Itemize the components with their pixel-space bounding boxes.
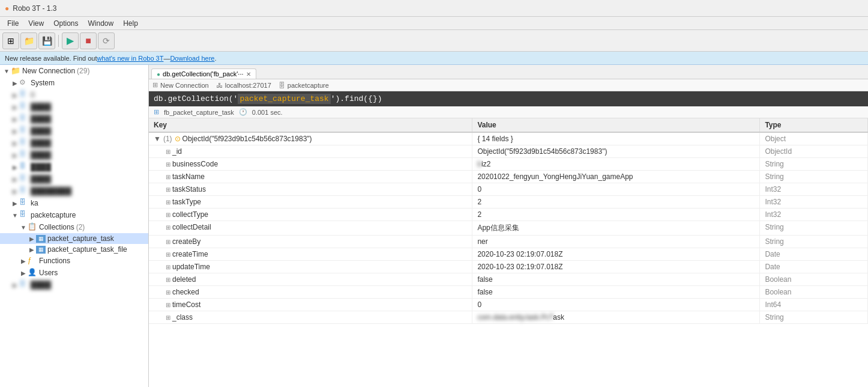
row-type: Date <box>765 250 780 258</box>
stop-button[interactable]: ■ <box>80 32 97 49</box>
connection-label: New Connection <box>22 67 75 75</box>
table-row[interactable]: ⊞timeCost0Int64 <box>149 299 868 311</box>
packetcapture-icon: 🗄 <box>19 210 29 220</box>
tab-icon: ● <box>157 71 160 78</box>
conn-info-db-label: packetcapture <box>288 82 329 89</box>
pct-arrow: ▶ <box>28 236 36 242</box>
table-row[interactable]: ⊞_classcom.data.entiy.task.PcTaskString <box>149 311 868 324</box>
open-button[interactable]: 📁 <box>20 32 37 49</box>
sidebar-item-connection[interactable]: ▼ 📁 New Connection (29) <box>0 65 148 77</box>
query-bar[interactable]: db.getCollection('packet_capture_task').… <box>149 91 868 106</box>
result-time: 0.001 sec. <box>252 109 283 116</box>
row-value: 2020-10-23 02:19:07.018Z <box>477 250 562 258</box>
row-value: 20201022_fengyun_YongHengJiYuan_gameApp <box>477 172 633 181</box>
sidebar-item-functions[interactable]: ▶ ƒ Functions <box>0 255 148 267</box>
row-obj-icon: ⊙ <box>175 135 181 143</box>
connection-count: (29) <box>77 67 89 75</box>
menu-file[interactable]: File <box>2 18 23 29</box>
row-key-text: checked <box>172 288 199 296</box>
col-type: Type <box>760 118 868 132</box>
tabs-bar: ● db.getCollection('fb_pack'··· ✕ <box>149 65 868 79</box>
new-button[interactable]: ⊞ <box>2 32 19 49</box>
row-key-text: taskStatus <box>172 185 206 194</box>
row-value: false <box>477 288 492 296</box>
sidebar-item-ka[interactable]: ▶ 🗄 ka <box>0 197 148 209</box>
sidebar-item-db-8[interactable]: ▶ 🗄 ████████ <box>0 185 148 197</box>
sidebar-item-system[interactable]: ▶ ⚙ System <box>0 77 148 89</box>
row-type: Boolean <box>765 275 791 284</box>
table-icon: ▦ <box>36 235 46 243</box>
menu-help[interactable]: Help <box>118 18 143 29</box>
row-type: String <box>765 313 783 321</box>
connection-expand-arrow: ▼ <box>2 68 11 75</box>
content-area: ● db.getCollection('fb_pack'··· ✕ ⊞ New … <box>149 65 868 387</box>
table-row[interactable]: ▼(1)⊙ObjectId("5f923d9b1c54b56c873c1983"… <box>149 132 868 145</box>
sidebar-item-db-5[interactable]: ▶ 🗄 ████ <box>0 149 148 161</box>
row-type: String <box>765 160 783 168</box>
table-row[interactable]: ⊞deletedfalseBoolean <box>149 273 868 286</box>
result-clock-icon: 🕐 <box>239 108 247 116</box>
sidebar-item-packetcapture[interactable]: ▼ 🗄 packetcapture <box>0 209 148 221</box>
sidebar-item-db-4[interactable]: ▶ 🗄 ████ <box>0 137 148 149</box>
col-key: Key <box>149 118 472 132</box>
system-arrow: ▶ <box>11 80 19 87</box>
ka-arrow: ▶ <box>11 200 19 207</box>
menu-bar: File View Options Window Help <box>0 17 868 30</box>
app-icon: ● <box>5 4 9 13</box>
sidebar-item-db-3[interactable]: ▶ 🗄 ████ <box>0 125 148 137</box>
table-row[interactable]: ⊞taskStatus0Int32 <box>149 183 868 196</box>
table-row[interactable]: ⊞businessCodebiz2String <box>149 158 868 171</box>
sidebar-item-db-0[interactable]: ▶ 🗄 0 <box>0 89 148 101</box>
pct-label: packet_capture_task <box>47 234 114 243</box>
sidebar-item-users[interactable]: ▶ 👤 Users <box>0 267 148 279</box>
col-value: Value <box>472 118 760 132</box>
sidebar-item-db-bottom[interactable]: ▶ 🗄 ████ <box>0 279 148 291</box>
sidebar-item-db-1[interactable]: ▶ 🗄 ████ <box>0 101 148 113</box>
notification-link1[interactable]: what's new in Robo 3T <box>97 55 163 62</box>
tab-close-button[interactable]: ✕ <box>246 71 251 78</box>
menu-view[interactable]: View <box>23 18 49 29</box>
row-key-text: updateTime <box>172 263 210 271</box>
row-type: Object <box>765 135 786 143</box>
field-icon: ⊞ <box>166 239 170 245</box>
table-row[interactable]: ⊞createTime2020-10-23 02:19:07.018ZDate <box>149 248 868 261</box>
refresh-button[interactable]: ⟳ <box>98 32 115 49</box>
table-row[interactable]: ⊞collectDetailApp信息采集String <box>149 221 868 236</box>
field-icon: ⊞ <box>166 251 170 258</box>
conn-info-connection: ⊞ New Connection <box>152 81 209 89</box>
sidebar-item-db-7[interactable]: ▶ 🗄 ████ <box>0 173 148 185</box>
table-row[interactable]: ⊞updateTime2020-10-23 02:19:07.018ZDate <box>149 261 868 273</box>
row-value: false <box>477 275 492 284</box>
field-icon: ⊞ <box>166 148 170 155</box>
row-type: Date <box>765 263 780 271</box>
result-bar: ⊞ fb_packet_capture_task 🕐 0.001 sec. <box>149 106 868 118</box>
table-row[interactable]: ⊞collectType2Int32 <box>149 209 868 221</box>
table-row[interactable]: ⊞checkedfalseBoolean <box>149 286 868 299</box>
users-label: Users <box>39 269 58 277</box>
row-type: Int32 <box>765 198 781 206</box>
ka-icon: 🗄 <box>19 198 29 208</box>
sidebar-item-db-6[interactable]: ▶ 🗄 ████ <box>0 161 148 173</box>
row-key-text: taskName <box>172 172 205 181</box>
sidebar-item-collections[interactable]: ▼ 📋 Collections (2) <box>0 221 148 233</box>
save-button[interactable]: 💾 <box>38 32 55 49</box>
row-key-text: createTime <box>172 250 208 258</box>
notification-link2[interactable]: Download here <box>170 55 214 62</box>
query-prefix: db.getCollection(' <box>154 94 238 103</box>
menu-window[interactable]: Window <box>83 18 119 29</box>
table-row[interactable]: ⊞taskType2Int32 <box>149 196 868 209</box>
field-icon: ⊞ <box>166 161 170 168</box>
field-icon: ⊞ <box>166 212 170 218</box>
row-value: { 14 fields } <box>477 135 513 143</box>
table-row[interactable]: ⊞_idObjectId("5f923d9b1c54b56c873c1983")… <box>149 145 868 158</box>
row-type: ObjectId <box>765 147 792 156</box>
sidebar-item-packet-capture-task-file[interactable]: ▶ ▦ packet_capture_task_file <box>0 244 148 255</box>
table-row[interactable]: ⊞taskName20201022_fengyun_YongHengJiYuan… <box>149 171 868 183</box>
sidebar-item-db-2[interactable]: ▶ 🗄 ████ <box>0 113 148 125</box>
query-tab[interactable]: ● db.getCollection('fb_pack'··· ✕ <box>151 69 256 79</box>
row-expand-arrow[interactable]: ▼ <box>154 135 161 143</box>
menu-options[interactable]: Options <box>49 18 83 29</box>
run-button[interactable]: ▶ <box>62 32 79 49</box>
sidebar-item-packet-capture-task[interactable]: ▶ ▦ packet_capture_task <box>0 233 148 244</box>
table-row[interactable]: ⊞createBynerString <box>149 236 868 248</box>
